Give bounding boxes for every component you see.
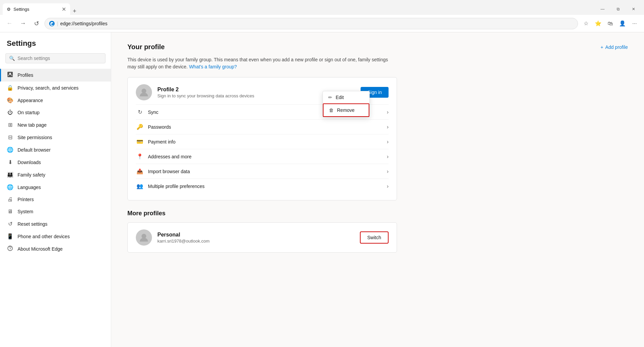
sidebar-item-default[interactable]: 🌐 Default browser — [0, 144, 111, 156]
address-text: edge://settings/profiles — [60, 21, 574, 26]
new-tab-button[interactable]: + — [70, 8, 79, 15]
sidebar-item-about[interactable]: About Microsoft Edge — [0, 243, 111, 255]
import-label: Import browser data — [148, 169, 383, 174]
svg-point-6 — [142, 234, 146, 239]
profile-info: Profile 2 Sign in to sync your browsing … — [157, 87, 342, 98]
multiple-icon: 👥 — [136, 183, 144, 189]
sidebar-item-appearance[interactable]: 🎨 Appearance — [0, 94, 111, 106]
remove-icon: 🗑 — [329, 107, 334, 113]
personal-avatar — [136, 229, 152, 246]
phone-icon: 📱 — [7, 233, 13, 240]
import-row[interactable]: 📤 Import browser data › — [136, 164, 389, 179]
default-icon: 🌐 — [7, 147, 13, 153]
svg-point-2 — [9, 73, 11, 74]
edit-label: Edit — [336, 95, 344, 100]
refresh-button[interactable]: ↺ — [31, 18, 42, 29]
more-profiles-title: More profiles — [127, 210, 628, 217]
addresses-row[interactable]: 📍 Addresses and more › — [136, 149, 389, 164]
sidebar-item-label-languages: Languages — [18, 185, 104, 190]
sidebar-item-family[interactable]: 👨‍👩‍👧 Family safety — [0, 168, 111, 181]
more-button[interactable]: ··· — [629, 18, 640, 29]
sidebar-item-privacy[interactable]: 🔒 Privacy, search, and services — [0, 82, 111, 94]
context-menu-remove[interactable]: 🗑 Remove — [323, 103, 369, 117]
family-link[interactable]: What's a family group? — [189, 64, 237, 69]
profile-sub: Sign in to sync your browsing data acros… — [157, 93, 342, 98]
switch-button[interactable]: Switch — [360, 231, 389, 244]
avatar-icon — [139, 87, 149, 98]
sidebar-item-reset[interactable]: ↺ Reset settings — [0, 218, 111, 230]
restore-button[interactable]: ⧉ — [610, 3, 626, 15]
appearance-icon: 🎨 — [7, 97, 13, 103]
sidebar-item-permissions[interactable]: ⊟ Site permissions — [0, 131, 111, 144]
search-icon: 🔍 — [9, 56, 15, 61]
sync-arrow-icon: › — [387, 109, 389, 115]
close-button[interactable]: ✕ — [626, 3, 641, 15]
multiple-label: Multiple profile preferences — [148, 184, 383, 189]
your-profile-card: Profile 2 Sign in to sync your browsing … — [127, 77, 397, 200]
personal-profile-card: Personal karri.sri1978@outlook.com Switc… — [127, 222, 397, 253]
remove-label: Remove — [337, 107, 355, 113]
tab-title: Settings — [13, 7, 59, 12]
edit-icon: ✏ — [328, 95, 332, 100]
payment-label: Payment info — [148, 139, 383, 145]
payment-icon: 💳 — [136, 138, 144, 145]
sidebar-item-label-profiles: Profiles — [18, 72, 104, 78]
import-arrow-icon: › — [387, 168, 389, 175]
passwords-label: Passwords — [148, 124, 383, 130]
payment-arrow-icon: › — [387, 139, 389, 145]
context-menu-edit[interactable]: ✏ Edit — [323, 91, 369, 103]
address-bar[interactable]: | edge://settings/profiles — [44, 18, 578, 29]
sidebar-item-system[interactable]: 🖥 System — [0, 206, 111, 218]
sidebar-item-newtab[interactable]: ⊞ New tab page — [0, 119, 111, 131]
addresses-arrow-icon: › — [387, 154, 389, 160]
profile-avatar — [136, 84, 152, 100]
page-header: Your profile + Add profile — [127, 43, 628, 51]
add-profile-button[interactable]: + Add profile — [601, 44, 628, 50]
profiles-icon — [7, 72, 13, 78]
downloads-icon: ⬇ — [7, 159, 13, 165]
window-controls: — ⧉ ✕ — [595, 3, 644, 15]
sidebar-item-printers[interactable]: 🖨 Printers — [0, 193, 111, 206]
collections-button[interactable]: 🛍 — [605, 18, 616, 29]
sidebar-item-label-system: System — [18, 209, 104, 214]
star-button[interactable]: ☆ — [581, 18, 591, 29]
favorites-button[interactable]: ⭐ — [593, 18, 604, 29]
search-box[interactable]: 🔍 — [5, 53, 105, 63]
settings-tab[interactable]: ⚙ Settings ✕ — [3, 3, 70, 15]
privacy-icon: 🔒 — [7, 85, 13, 91]
sidebar: Settings 🔍 Profiles 🔒 Privacy, search, a… — [0, 32, 111, 347]
sidebar-item-label-newtab: New tab page — [18, 122, 104, 128]
family-icon: 👨‍👩‍👧 — [7, 171, 13, 178]
sidebar-item-languages[interactable]: 🌐 Languages — [0, 181, 111, 193]
newtab-icon: ⊞ — [7, 122, 13, 128]
address-divider: | — [57, 21, 58, 26]
sidebar-item-downloads[interactable]: ⬇ Downloads — [0, 156, 111, 168]
back-button[interactable]: ← — [4, 18, 15, 29]
main-layout: Settings 🔍 Profiles 🔒 Privacy, search, a… — [0, 32, 644, 347]
addresses-label: Addresses and more — [148, 154, 383, 159]
forward-button[interactable]: → — [18, 18, 28, 29]
passwords-icon: 🔑 — [136, 124, 144, 130]
sidebar-item-profiles[interactable]: Profiles — [0, 69, 111, 82]
tab-close-button[interactable]: ✕ — [62, 6, 66, 12]
multiple-row[interactable]: 👥 Multiple profile preferences › — [136, 179, 389, 193]
search-input[interactable] — [18, 56, 102, 61]
sidebar-item-label-reset: Reset settings — [18, 221, 104, 227]
profile-button[interactable]: 👤 — [617, 18, 628, 29]
minimize-button[interactable]: — — [595, 3, 610, 15]
personal-name: Personal — [157, 232, 355, 238]
add-icon: + — [601, 44, 603, 50]
sidebar-item-phone[interactable]: 📱 Phone and other devices — [0, 230, 111, 243]
sidebar-item-startup[interactable]: ⏻ On startup — [0, 106, 111, 119]
page-title: Your profile — [127, 43, 601, 51]
sidebar-item-label-printers: Printers — [18, 197, 104, 202]
edge-logo-icon — [49, 21, 55, 27]
sidebar-item-label-default: Default browser — [18, 147, 104, 153]
sidebar-item-label-about: About Microsoft Edge — [18, 246, 104, 252]
passwords-row[interactable]: 🔑 Passwords › — [136, 120, 389, 134]
content-area: Your profile + Add profile This device i… — [111, 32, 644, 347]
printers-icon: 🖨 — [7, 196, 13, 202]
payment-row[interactable]: 💳 Payment info › — [136, 134, 389, 149]
personal-card-header: Personal karri.sri1978@outlook.com Switc… — [136, 229, 389, 246]
sidebar-item-label-privacy: Privacy, search, and services — [18, 85, 104, 91]
